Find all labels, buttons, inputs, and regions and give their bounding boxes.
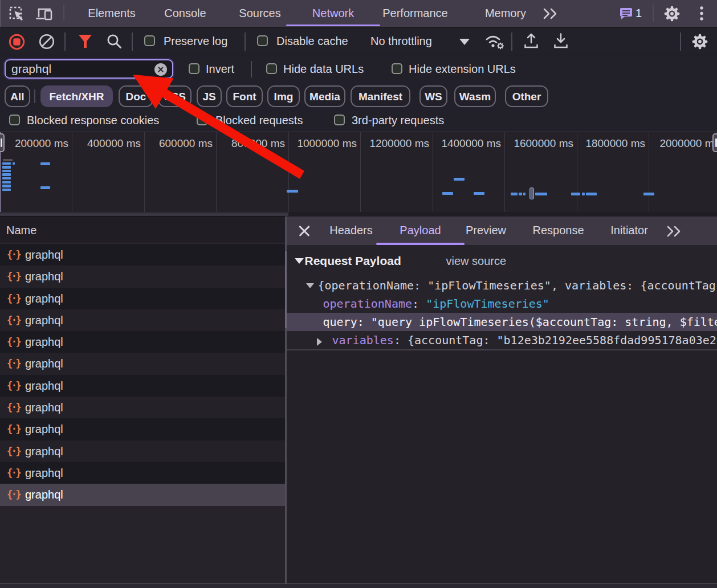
type-chip[interactable]: JS (197, 85, 222, 107)
request-row[interactable]: {·} graphql (0, 244, 285, 266)
request-row[interactable]: {·} graphql (0, 440, 285, 462)
fetch-xhr-icon: {·} (7, 331, 20, 353)
payload-key: operationName (323, 297, 413, 311)
tabbar-separator (63, 5, 64, 21)
hide-extension-urls-label: Hide extension URLs (409, 55, 516, 83)
request-row[interactable]: {·} graphql (0, 418, 285, 440)
overview-left-grip[interactable] (0, 133, 5, 152)
type-chip[interactable]: Doc (119, 85, 153, 107)
request-row[interactable]: {·} graphql (0, 484, 285, 505)
request-row[interactable]: {·} graphql (0, 462, 285, 484)
details-tab[interactable]: Initiator (596, 217, 662, 245)
clear-button[interactable] (39, 34, 55, 50)
request-row[interactable]: {·} graphql (0, 288, 285, 309)
request-row[interactable]: {·} graphql (0, 375, 285, 397)
network-overview-timeline[interactable]: 200000 ms 400000 ms 600000 ms 800000 ms … (0, 132, 717, 217)
clear-filter-icon[interactable] (154, 63, 167, 76)
request-row[interactable]: {·} graphql (0, 309, 285, 331)
overview-scrollbar[interactable] (0, 212, 717, 217)
network-settings-gear-icon[interactable] (691, 33, 708, 50)
main-tab[interactable]: Elements (74, 0, 150, 27)
third-party-checkbox[interactable] (334, 115, 345, 125)
request-name: graphql (25, 244, 63, 266)
type-chip[interactable]: CSS (158, 85, 192, 107)
section-collapse-icon[interactable] (295, 258, 304, 264)
invert-label: Invert (206, 55, 234, 83)
throttling-select[interactable]: No throttling (370, 27, 432, 55)
collapse-arrow-icon[interactable] (306, 283, 314, 288)
view-source-link[interactable]: view source (446, 248, 507, 273)
payload-query-row[interactable]: query: "query ipFlowTimeseries($accountT… (287, 313, 717, 331)
type-chip[interactable]: Manifest (351, 85, 410, 107)
more-panels-button[interactable] (541, 7, 560, 20)
overview-scrollbar-thumb[interactable] (0, 213, 288, 216)
more-details-tabs-icon[interactable] (665, 225, 683, 238)
main-tab[interactable]: Network (297, 0, 369, 27)
request-timeline-bar (2, 170, 11, 173)
payload-root-row[interactable]: {operationName: "ipFlowTimeseries", vari… (287, 276, 717, 295)
blocked-requests-checkbox[interactable] (197, 115, 207, 125)
toolbar-separator-5 (680, 32, 681, 51)
request-timeline-bar (442, 192, 453, 195)
request-name: graphql (25, 440, 63, 462)
inspect-element-button[interactable] (9, 5, 25, 22)
network-conditions-icon[interactable] (484, 33, 505, 50)
details-tab[interactable]: Headers (315, 217, 387, 245)
main-tab[interactable]: Console (150, 0, 220, 27)
request-timeline-bar (474, 192, 484, 195)
preserve-log-checkbox[interactable] (144, 35, 155, 46)
main-tab[interactable]: Sources (224, 0, 296, 27)
import-har-icon[interactable] (523, 32, 539, 50)
type-chip[interactable]: Font (226, 85, 263, 107)
type-chip[interactable]: WS (419, 85, 447, 107)
disable-cache-checkbox[interactable] (257, 35, 268, 46)
type-chip[interactable]: Img (267, 85, 300, 107)
settings-gear-icon[interactable] (663, 5, 681, 22)
toolbar-separator-2 (132, 32, 133, 51)
request-payload-section-header[interactable]: Request Payload view source (287, 248, 717, 273)
filter-row: graphql Invert Hide data URLs Hide exten… (0, 55, 717, 83)
fetch-xhr-icon: {·} (7, 484, 20, 505)
requests-table-header[interactable]: Name (0, 217, 285, 243)
request-row[interactable]: {·} graphql (0, 331, 285, 353)
search-icon[interactable] (107, 34, 122, 49)
main-tab[interactable]: Performance (370, 0, 460, 27)
request-timeline-bar (3, 159, 13, 162)
kebab-menu-icon[interactable] (698, 5, 706, 22)
type-chip[interactable]: Fetch/XHR (40, 85, 113, 107)
payload-variables-row[interactable]: variables: {accountTag: "b12e3b2192ee558… (287, 331, 717, 349)
request-timeline-bar (643, 193, 654, 195)
filter-input[interactable]: graphql (5, 59, 173, 79)
invert-checkbox[interactable] (189, 63, 199, 74)
details-tab[interactable]: Payload (388, 217, 453, 245)
type-chip[interactable]: Other (505, 85, 548, 107)
third-party-label: 3rd-party requests (352, 109, 444, 132)
request-row[interactable]: {·} graphql (0, 353, 285, 374)
expand-arrow-icon[interactable] (317, 338, 322, 346)
filter-funnel-icon[interactable] (78, 34, 92, 48)
type-chip[interactable]: All (5, 85, 30, 107)
export-har-icon[interactable] (553, 32, 569, 50)
request-row[interactable]: {·} graphql (0, 397, 285, 418)
payload-operation-name-row[interactable]: operationName: "ipFlowTimeseries" (287, 295, 717, 313)
payload-key: variables (332, 333, 394, 347)
record-button[interactable] (9, 34, 25, 50)
main-tab[interactable]: Memory (470, 0, 541, 27)
close-icon[interactable] (298, 224, 311, 237)
ruler-label: 200000 ms (0, 137, 68, 150)
hide-extension-urls-checkbox[interactable] (392, 63, 402, 74)
request-row[interactable]: {·} graphql (0, 266, 285, 287)
request-details-panel: Headers Payload Preview (287, 217, 717, 583)
blocked-cookies-checkbox[interactable] (9, 115, 20, 125)
hide-data-urls-checkbox[interactable] (266, 63, 277, 74)
overview-right-grip[interactable] (712, 133, 717, 152)
name-column-header[interactable]: Name (6, 217, 36, 243)
details-tab[interactable]: Response (519, 217, 598, 245)
device-toolbar-button[interactable] (36, 6, 54, 22)
type-chip[interactable]: Wasm (454, 85, 496, 107)
type-chip[interactable]: Media (304, 85, 345, 107)
window-left-edge (0, 0, 1, 27)
issues-message-icon[interactable] (620, 7, 632, 20)
details-tab[interactable]: Preview (452, 217, 520, 245)
details-empty-area (287, 350, 717, 583)
